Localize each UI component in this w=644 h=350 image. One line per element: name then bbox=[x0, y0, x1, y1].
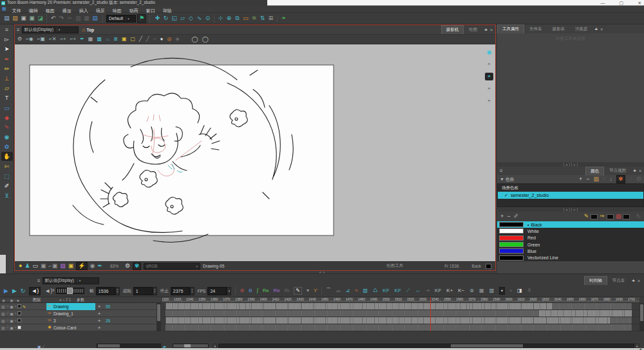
kf-up-icon[interactable]: KF bbox=[383, 288, 389, 293]
timeline-tab-add-button[interactable]: + bbox=[630, 278, 637, 284]
layer-toggle-icon-2[interactable]: ▣ bbox=[10, 304, 14, 309]
layer-name-cell[interactable]: ✑Drawing bbox=[46, 303, 95, 310]
text-tool-icon[interactable]: T bbox=[1, 93, 13, 102]
add-drawing-icon[interactable]: ⊕ bbox=[225, 14, 233, 23]
layer-toggle-icon-1[interactable]: ○ bbox=[6, 304, 9, 308]
layer-row-Drawing[interactable]: ▥○▣▫✎✑Drawing+95 bbox=[0, 303, 161, 310]
layers-vscrollbar[interactable] bbox=[156, 303, 161, 331]
add-view-icon[interactable]: ⌐+ bbox=[60, 37, 66, 42]
layer-color-chip[interactable] bbox=[17, 318, 21, 322]
color-tab-add-button[interactable]: + bbox=[631, 168, 638, 174]
add-color-icon[interactable]: + bbox=[500, 214, 504, 219]
lock-tool-icon[interactable]: ⌐▣ bbox=[37, 37, 45, 42]
menu-item-6[interactable]: 绘图 bbox=[109, 8, 126, 13]
camera-tab-close-button[interactable]: × bbox=[489, 28, 495, 32]
layer-toggle-icon-2[interactable]: ▣ bbox=[10, 326, 14, 330]
transform-tool-icon[interactable]: ▻ bbox=[1, 35, 13, 44]
minimize-button[interactable]: — bbox=[601, 1, 605, 5]
render-view-icon[interactable]: ◓ bbox=[485, 73, 493, 80]
maximize-button[interactable]: ▢ bbox=[620, 1, 624, 6]
camera-tab-0[interactable]: 摄影机 bbox=[441, 25, 464, 34]
timeline-tab-1[interactable]: 节点库 bbox=[607, 276, 630, 285]
close-button[interactable]: ✕ bbox=[638, 1, 641, 6]
field-input-1[interactable]: 1 bbox=[133, 287, 153, 295]
menu-item-0[interactable]: 文件 bbox=[8, 8, 25, 13]
menu-item-3[interactable]: 播放 bbox=[59, 8, 75, 13]
re-icon[interactable]: Re bbox=[273, 288, 279, 293]
show-grid-icon[interactable]: ▦ bbox=[88, 37, 93, 42]
ink-tool-icon[interactable]: ✎ bbox=[1, 123, 13, 132]
spin-down[interactable]: ▾ bbox=[154, 291, 155, 293]
select-area-icon[interactable]: ▭ bbox=[242, 14, 250, 23]
no-render-icon[interactable]: ⊘ bbox=[240, 288, 244, 293]
shift-icon[interactable]: ⇥ bbox=[425, 288, 430, 293]
select-tool-icon[interactable]: ➤ bbox=[1, 44, 13, 53]
curve-in-icon[interactable]: ⌒ bbox=[326, 288, 331, 293]
marquee-tool-icon[interactable]: ⬚ bbox=[1, 172, 13, 181]
track-row-Drawing[interactable] bbox=[162, 303, 639, 310]
add-drawing-layer-icon[interactable]: ⊿ bbox=[345, 288, 350, 293]
add-palette-icon[interactable]: + bbox=[579, 176, 582, 182]
color-row-red[interactable]: Red bbox=[497, 235, 644, 241]
add-view2-icon[interactable]: ⌐+ bbox=[70, 37, 76, 42]
field-input-3[interactable]: 24 bbox=[207, 287, 227, 295]
stamp-tool-icon[interactable]: ⊥ bbox=[1, 74, 13, 83]
home-icon[interactable]: ⌂ bbox=[82, 27, 86, 33]
menu-item-4[interactable]: 插入 bbox=[75, 8, 92, 13]
frame-ruler[interactable]: 1320133013401350136013701380139014001410… bbox=[162, 297, 639, 303]
undo-icon[interactable]: ↶ bbox=[49, 14, 57, 23]
tool-properties-tab-3[interactable]: 洋葱皮 bbox=[570, 24, 593, 33]
pencil-color-chip[interactable] bbox=[591, 214, 598, 219]
layer-toggle-icon-2[interactable]: ▣ bbox=[10, 311, 14, 316]
layer-toggle-icon-0[interactable]: ▥ bbox=[1, 326, 5, 330]
paint-color-icon[interactable]: ▧ bbox=[616, 214, 621, 219]
brush-color-icon[interactable]: ✑ bbox=[600, 214, 605, 219]
add-peg-icon[interactable]: ⊹ bbox=[216, 14, 225, 23]
brush-status-icon[interactable]: ✒ bbox=[97, 263, 102, 269]
k-plus-icon[interactable]: K+ bbox=[446, 288, 453, 293]
exposure-solid[interactable] bbox=[166, 303, 552, 309]
open-icon[interactable]: ▨ bbox=[11, 14, 19, 23]
bulb-icon[interactable]: ● bbox=[19, 263, 22, 269]
skew-icon[interactable]: ▱ bbox=[178, 14, 187, 23]
color-row-blue[interactable]: Blue bbox=[497, 248, 644, 254]
paint-color-chip[interactable] bbox=[623, 214, 630, 219]
curve-out-icon[interactable]: ⌓ bbox=[336, 288, 340, 293]
exposure-hatch[interactable] bbox=[610, 317, 632, 324]
curve-icon[interactable]: ≋ bbox=[250, 14, 258, 23]
field-spinner-2[interactable]: ▴▾ bbox=[190, 287, 194, 295]
render-ring2-icon[interactable]: ◯ bbox=[202, 37, 209, 42]
color-wheel-icon[interactable]: ✾ bbox=[133, 262, 141, 270]
pivot-icon[interactable]: ⊙ bbox=[204, 14, 212, 23]
lock-status-icon[interactable]: ▣ bbox=[68, 263, 74, 269]
layer-add-button[interactable]: + bbox=[95, 325, 103, 331]
j-render-icon[interactable]: ∫ bbox=[256, 288, 258, 293]
lock-closed-icon[interactable]: ▣ bbox=[122, 37, 127, 42]
layer-toggle-icon-0[interactable]: ▥ bbox=[1, 318, 5, 323]
color-row-green[interactable]: Green bbox=[497, 241, 644, 248]
flash-icon[interactable]: ⚡ bbox=[76, 262, 87, 270]
palette-row-selected[interactable]: ✓ semester_2_studio bbox=[498, 192, 643, 199]
translate-icon[interactable]: ✚ bbox=[153, 14, 162, 23]
color-tab-0[interactable]: 颜色 bbox=[585, 167, 604, 176]
color-tab-1[interactable]: 节点视图 bbox=[604, 167, 631, 176]
layer-name-cell[interactable]: ✹Colour-Card bbox=[46, 324, 95, 331]
contour-editor-tool-icon[interactable]: ✿ bbox=[1, 142, 13, 151]
color-row-vectorized-line[interactable]: Vectorized Line bbox=[497, 254, 644, 261]
tool-preset-dropdown[interactable]: Default▾ bbox=[106, 15, 136, 23]
remove-palette-icon[interactable]: − bbox=[586, 176, 589, 182]
gear2-icon[interactable]: ⚙ bbox=[125, 263, 130, 269]
menu-item-9[interactable]: 帮助 bbox=[159, 8, 176, 13]
layer-toggle-icon-1[interactable]: ○ bbox=[6, 326, 9, 329]
tool-properties-tab-2[interactable]: 摄影表 bbox=[547, 24, 571, 33]
safe-area-icon[interactable]: ⌓ bbox=[106, 37, 109, 42]
layer-toggle-icon-2[interactable]: ▣ bbox=[10, 318, 14, 323]
kf-down-icon[interactable]: KF bbox=[395, 288, 401, 293]
line-art-icon[interactable]: ╱ bbox=[139, 37, 142, 42]
stretch-icon[interactable]: ↔ bbox=[415, 288, 420, 293]
menu-item-1[interactable]: 编辑 bbox=[25, 8, 42, 13]
recycle-icon[interactable]: ♺ bbox=[373, 288, 377, 293]
field-input-2[interactable]: 2375 bbox=[171, 287, 190, 295]
track-row-3[interactable] bbox=[162, 317, 639, 324]
detect-icon[interactable]: ▧ bbox=[363, 288, 368, 293]
